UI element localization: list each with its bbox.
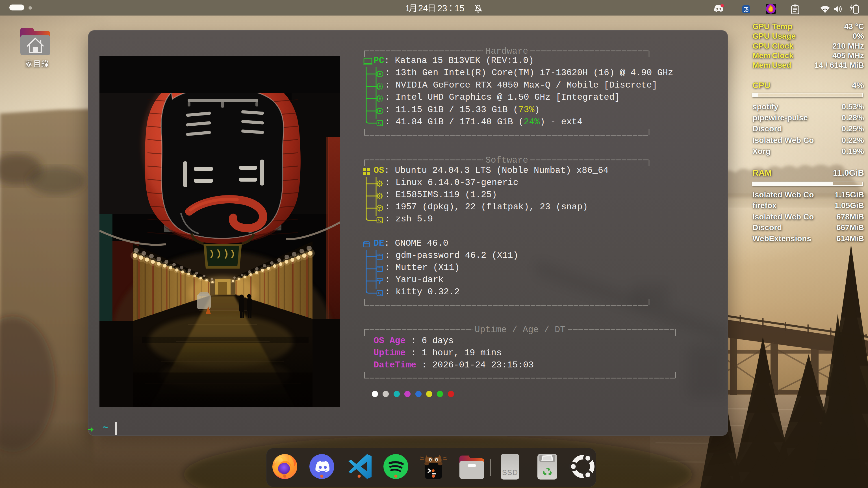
svg-text:SSD: SSD	[502, 468, 518, 477]
